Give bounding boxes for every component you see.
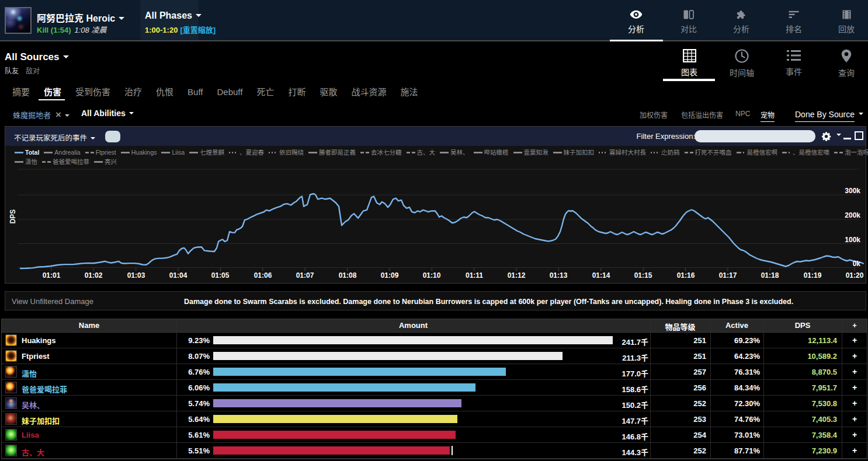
svg-text:01:06: 01:06 [254,271,272,280]
svg-text:100k: 100k [845,236,860,244]
svg-text:200k: 200k [845,211,860,219]
svg-text:300k: 300k [845,187,860,195]
svg-text:01:01: 01:01 [43,271,61,280]
svg-text:01:14: 01:14 [592,271,610,280]
svg-text:01:10: 01:10 [423,271,441,280]
svg-text:01:07: 01:07 [296,271,314,280]
svg-text:01:05: 01:05 [211,271,230,280]
svg-text:0k: 0k [853,260,861,268]
svg-text:01:20: 01:20 [846,271,864,280]
svg-text:01:09: 01:09 [381,271,399,280]
svg-text:01:02: 01:02 [85,271,103,280]
svg-text:01:18: 01:18 [761,271,779,280]
svg-text:01:03: 01:03 [127,271,145,280]
svg-text:01:11: 01:11 [466,271,483,280]
svg-text:01:12: 01:12 [508,271,526,280]
svg-text:01:08: 01:08 [339,271,357,280]
svg-text:01:13: 01:13 [550,271,568,280]
svg-text:01:04: 01:04 [169,271,188,280]
svg-text:01:19: 01:19 [804,271,822,280]
svg-text:01:16: 01:16 [677,271,695,280]
svg-text:01:17: 01:17 [719,271,737,280]
svg-text:01:15: 01:15 [634,271,652,280]
